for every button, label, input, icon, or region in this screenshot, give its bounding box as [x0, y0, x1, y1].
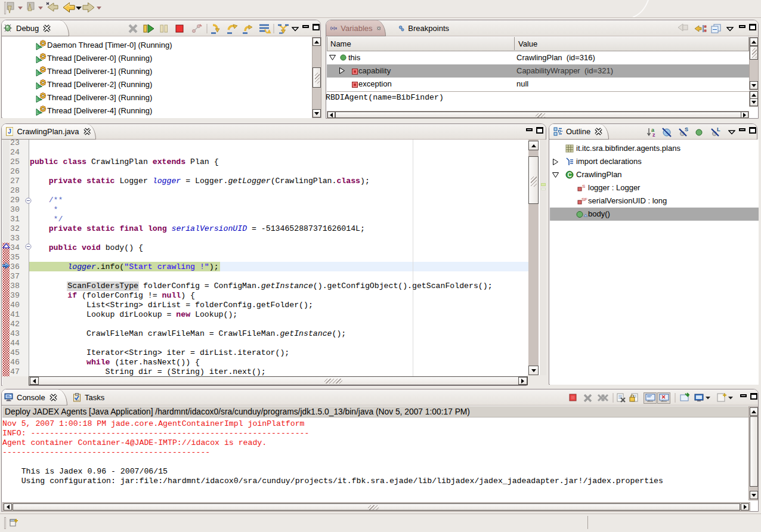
svg-text:C: C [568, 172, 572, 178]
svg-text:J: J [8, 128, 11, 135]
svg-text:F: F [584, 197, 587, 202]
svg-text:S: S [685, 126, 688, 132]
svg-text:S: S [582, 184, 585, 189]
svg-text:L: L [717, 126, 720, 132]
svg-text:z: z [652, 132, 655, 138]
